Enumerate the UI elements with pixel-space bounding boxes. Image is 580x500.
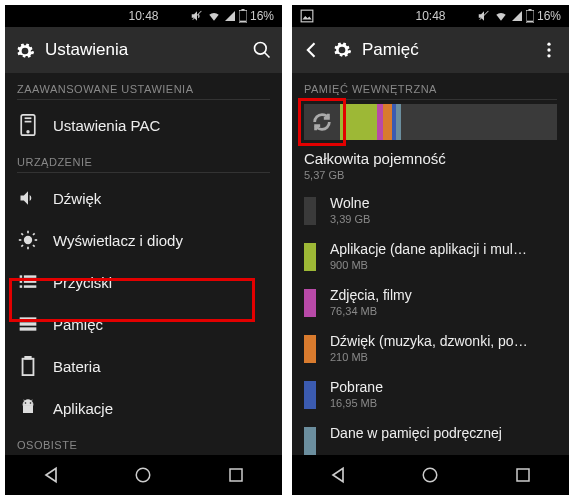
item-label: Aplikacje (53, 400, 113, 417)
mute-icon (190, 9, 204, 23)
color-swatch (304, 243, 316, 271)
svg-point-43 (424, 468, 438, 482)
svg-rect-35 (230, 469, 242, 481)
item-buttons[interactable]: Przyciski (17, 261, 270, 303)
storage-category[interactable]: Dane w pamięci podręcznej (304, 417, 557, 455)
item-label: Ustawienia PAC (53, 117, 160, 134)
svg-rect-2 (240, 21, 246, 23)
wifi-icon (494, 9, 508, 23)
svg-rect-23 (24, 285, 37, 288)
battery-percent: 16% (537, 9, 561, 23)
battery-icon (526, 9, 534, 23)
item-label: Pamięć (53, 316, 103, 333)
color-swatch (304, 197, 316, 225)
storage-category[interactable]: Aplikacje (dane aplikacji i multime 900 … (304, 233, 557, 279)
settings-screen: 10:48 16% Ustawienia ZAAWANSOWANE USTAWI… (5, 5, 282, 495)
storage-content[interactable]: PAMIĘĆ WEWNĘTRZNA Całkowita pojemność 5,… (292, 73, 569, 455)
back-button[interactable] (39, 463, 63, 487)
total-value: 5,37 GB (304, 169, 557, 181)
svg-rect-20 (20, 280, 23, 283)
svg-point-40 (547, 43, 550, 46)
svg-rect-1 (241, 9, 244, 11)
brightness-icon (17, 229, 39, 251)
item-display[interactable]: Wyświetlacz i diody (17, 219, 270, 261)
battery-icon (17, 355, 39, 377)
svg-line-15 (33, 245, 35, 247)
status-bar: 10:48 16% (292, 5, 569, 27)
refresh-icon (311, 111, 333, 133)
settings-list[interactable]: ZAAWANSOWANE USTAWIENIA Ustawienia PAC U… (5, 73, 282, 455)
recents-button[interactable] (224, 463, 248, 487)
storage-bar-row (304, 104, 557, 140)
status-time: 10:48 (415, 9, 445, 23)
page-title: Ustawienia (45, 40, 242, 60)
status-time: 10:48 (128, 9, 158, 23)
item-apps[interactable]: Aplikacje (17, 387, 270, 429)
item-battery[interactable]: Bateria (17, 345, 270, 387)
category-label: Pobrane (330, 379, 383, 395)
back-button[interactable] (326, 463, 350, 487)
item-storage[interactable]: Pamięć (17, 303, 270, 345)
svg-point-42 (547, 54, 550, 57)
svg-point-31 (30, 402, 32, 404)
home-button[interactable] (131, 463, 155, 487)
item-sound[interactable]: Dźwięk (17, 177, 270, 219)
overflow-icon[interactable] (539, 40, 559, 60)
category-value: 210 MB (330, 351, 530, 363)
speaker-icon (17, 187, 39, 209)
refresh-button[interactable] (304, 104, 340, 140)
back-icon[interactable] (302, 40, 322, 60)
svg-rect-28 (25, 356, 30, 359)
item-label: Bateria (53, 358, 101, 375)
category-value: 16,95 MB (330, 397, 383, 409)
svg-rect-22 (20, 285, 23, 288)
battery-percent: 16% (250, 9, 274, 23)
item-label: Wyświetlacz i diody (53, 232, 183, 249)
svg-rect-24 (20, 317, 37, 320)
search-icon[interactable] (252, 40, 272, 60)
gear-icon (332, 40, 352, 60)
svg-rect-44 (517, 469, 529, 481)
svg-line-4 (265, 53, 270, 58)
color-swatch (304, 335, 316, 363)
item-label: Dźwięk (53, 190, 101, 207)
category-label: Dane w pamięci podręcznej (330, 425, 502, 441)
storage-category[interactable]: Zdjęcia, filmy 76,34 MB (304, 279, 557, 325)
category-label: Zdjęcia, filmy (330, 287, 412, 303)
svg-rect-19 (24, 275, 37, 278)
section-personal: OSOBISTE (17, 429, 270, 455)
svg-point-3 (255, 43, 267, 55)
svg-line-17 (33, 233, 35, 235)
status-bar: 10:48 16% (5, 5, 282, 27)
svg-rect-39 (527, 21, 533, 23)
recents-button[interactable] (511, 463, 535, 487)
storage-bar (340, 104, 557, 140)
wifi-icon (207, 9, 221, 23)
item-pac[interactable]: Ustawienia PAC (17, 104, 270, 146)
image-icon (300, 9, 314, 23)
gear-icon (15, 40, 35, 60)
phone-icon (17, 114, 39, 136)
category-value: 900 MB (330, 259, 530, 271)
storage-category[interactable]: Wolne 3,39 GB (304, 187, 557, 233)
storage-category[interactable]: Dźwięk (muzyka, dzwonki, podca 210 MB (304, 325, 557, 371)
svg-line-16 (21, 245, 23, 247)
app-bar: Pamięć (292, 27, 569, 73)
svg-rect-27 (23, 359, 34, 375)
color-swatch (304, 381, 316, 409)
category-label: Wolne (330, 195, 370, 211)
storage-icon (17, 313, 39, 335)
storage-category[interactable]: Pobrane 16,95 MB (304, 371, 557, 417)
svg-rect-18 (20, 275, 23, 278)
home-button[interactable] (418, 463, 442, 487)
list-icon (17, 271, 39, 293)
nav-bar (292, 455, 569, 495)
storage-screen: 10:48 16% Pamięć PAMIĘĆ WEWNĘTRZNA (292, 5, 569, 495)
svg-point-9 (24, 236, 32, 244)
app-bar: Ustawienia (5, 27, 282, 73)
mute-icon (477, 9, 491, 23)
total-capacity[interactable]: Całkowita pojemność 5,37 GB (304, 140, 557, 187)
battery-icon (239, 9, 247, 23)
section-internal: PAMIĘĆ WEWNĘTRZNA (304, 73, 557, 100)
svg-point-30 (25, 402, 27, 404)
